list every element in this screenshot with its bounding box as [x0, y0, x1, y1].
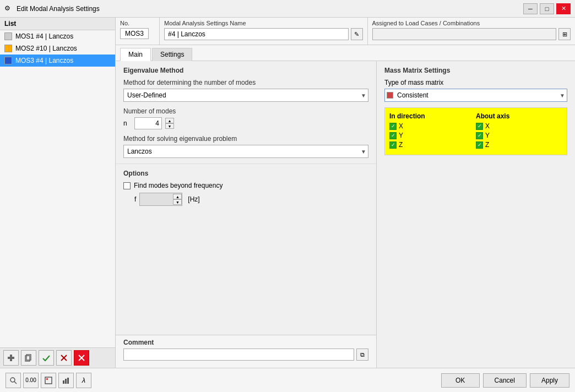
find-modes-label: Find modes beyond frequency	[134, 182, 223, 189]
mos2-label: MOS2 #10 | Lanczos	[15, 45, 77, 52]
mass-dropdown[interactable]: Consistent Diagonal	[384, 89, 567, 102]
chart-icon-btn[interactable]	[58, 373, 74, 388]
modes-spinner: ▲ ▼	[165, 118, 174, 129]
close-button[interactable]: ✕	[556, 3, 571, 14]
minimize-button[interactable]: ─	[523, 3, 538, 14]
no-value: MOS3	[120, 28, 149, 39]
assigned-section: Assigned to Load Cases / Combinations ⊞	[368, 18, 576, 45]
bottom-bar: 0.00 λ OK Cancel Apply	[0, 368, 575, 392]
direction-header: In direction About axis	[389, 112, 562, 120]
svg-rect-12	[63, 380, 64, 384]
dir-y-in-checkbox[interactable]: ✓	[389, 132, 397, 139]
assigned-edit-button[interactable]: ⊞	[558, 28, 571, 40]
comment-row: ⧉	[123, 349, 368, 361]
layer-icon-btn[interactable]	[41, 373, 56, 388]
mos1-color	[4, 32, 12, 40]
dir-y-about: ✓ Y	[476, 132, 562, 139]
modes-n-label: n	[123, 119, 131, 127]
ok-button[interactable]: OK	[441, 373, 480, 388]
comment-copy-button[interactable]: ⧉	[356, 349, 368, 361]
cancel-item-button[interactable]	[56, 350, 72, 366]
solver-dropdown-wrap: Lanczos Other ▼	[123, 145, 368, 158]
panels-area: Eigenvalue Method Method for determining…	[116, 61, 575, 368]
add-item-button[interactable]	[3, 350, 19, 366]
find-modes-row: Find modes beyond frequency	[123, 182, 368, 189]
eigenvalue-section: Eigenvalue Method Method for determining…	[116, 61, 376, 164]
dir-z-in: ✓ Z	[389, 141, 476, 149]
sidebar: List MOS1 #4 | Lanczos MOS2 #10 | Lanczo…	[0, 18, 116, 368]
svg-rect-13	[65, 379, 67, 384]
sidebar-header: List	[0, 18, 115, 30]
title-bar: ⚙ Edit Modal Analysis Settings ─ □ ✕	[0, 0, 575, 18]
dir-z-about-label: Z	[485, 141, 489, 149]
svg-rect-11	[46, 378, 48, 380]
apply-button[interactable]: Apply	[530, 373, 569, 388]
mass-color-indicator	[387, 92, 393, 99]
confirm-item-button[interactable]	[39, 350, 54, 366]
value-icon-btn[interactable]: 0.00	[23, 373, 39, 388]
direction-row-y: ✓ Y ✓ Y	[389, 132, 562, 139]
dir-x-in-label: X	[399, 122, 403, 130]
dir-y-in-label: Y	[399, 132, 403, 139]
comment-section: Comment ⧉	[116, 335, 376, 368]
sidebar-item-mos3[interactable]: MOS3 #4 | Lanczos	[0, 55, 115, 67]
maximize-button[interactable]: □	[540, 3, 554, 14]
assigned-input	[372, 28, 557, 40]
tabs: Main Settings	[116, 45, 575, 61]
dir-z-in-label: Z	[399, 141, 403, 149]
dir-x-in-checkbox[interactable]: ✓	[389, 123, 397, 130]
dir-z-about: ✓ Z	[476, 141, 562, 149]
mass-dropdown-wrap: Consistent Diagonal ▼	[384, 89, 567, 102]
app-icon: ⚙	[4, 4, 13, 13]
bottom-toolbar: 0.00 λ	[6, 373, 91, 388]
freq-unit: [Hz]	[186, 195, 202, 203]
modes-down[interactable]: ▼	[165, 123, 174, 129]
dir-x-about: ✓ X	[476, 122, 562, 130]
top-bar: No. MOS3 Modal Analysis Settings Name ✎ …	[116, 18, 575, 45]
cancel-button[interactable]: Cancel	[483, 373, 527, 388]
tab-settings[interactable]: Settings	[152, 48, 192, 61]
lambda-icon-btn[interactable]: λ	[76, 373, 91, 388]
freq-up[interactable]: ▲	[173, 194, 182, 199]
search-icon-btn[interactable]	[6, 373, 21, 388]
window-title: Edit Modal Analysis Settings	[17, 5, 100, 13]
dir-z-in-checkbox[interactable]: ✓	[389, 141, 397, 149]
dir-x-in: ✓ X	[389, 122, 476, 130]
sidebar-item-mos2[interactable]: MOS2 #10 | Lanczos	[0, 42, 115, 55]
edit-name-button[interactable]: ✎	[351, 28, 363, 40]
direction-row-x: ✓ X ✓ X	[389, 122, 562, 130]
delete-item-button[interactable]	[74, 350, 89, 366]
svg-rect-10	[45, 377, 52, 384]
modes-up[interactable]: ▲	[165, 118, 174, 123]
mass-type-label: Type of mass matrix	[384, 79, 567, 86]
dir-y-about-checkbox[interactable]: ✓	[476, 132, 483, 139]
eigenvalue-title: Eigenvalue Method	[123, 67, 368, 74]
dir-y-in: ✓ Y	[389, 132, 476, 139]
copy-item-button[interactable]	[21, 350, 36, 366]
name-input[interactable]	[164, 28, 349, 40]
dir-z-about-checkbox[interactable]: ✓	[476, 141, 483, 149]
comment-dropdown[interactable]	[123, 349, 354, 361]
sidebar-item-mos1[interactable]: MOS1 #4 | Lanczos	[0, 30, 115, 42]
freq-input[interactable]	[140, 193, 173, 205]
freq-down[interactable]: ▼	[173, 199, 182, 205]
svg-rect-1	[10, 355, 12, 361]
dir-x-about-checkbox[interactable]: ✓	[476, 123, 483, 130]
in-direction-header: In direction	[389, 112, 476, 120]
method-dropdown[interactable]: User-Defined Automatic	[123, 89, 368, 102]
freq-label: f	[134, 195, 136, 203]
dir-y-about-label: Y	[485, 132, 490, 139]
name-label: Modal Analysis Settings Name	[164, 20, 363, 26]
tab-main[interactable]: Main	[120, 48, 151, 61]
solver-label: Method for solving eigenvalue problem	[123, 135, 368, 143]
solver-dropdown[interactable]: Lanczos Other	[123, 145, 368, 158]
modes-input[interactable]	[134, 117, 162, 129]
right-panel: Mass Matrix Settings Type of mass matrix…	[377, 61, 575, 368]
direction-row-z: ✓ Z ✓ Z	[389, 141, 562, 149]
mos1-label: MOS1 #4 | Lanczos	[15, 32, 73, 40]
find-modes-checkbox[interactable]	[123, 182, 131, 189]
freq-row: f ▲ ▼ [Hz]	[123, 193, 368, 206]
modes-field: n ▲ ▼	[123, 117, 368, 129]
options-title: Options	[123, 170, 368, 177]
svg-line-9	[14, 382, 17, 384]
